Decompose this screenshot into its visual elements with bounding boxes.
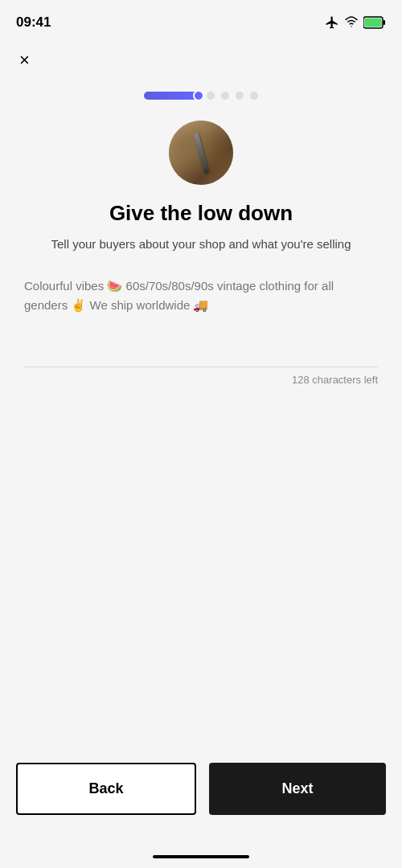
back-button[interactable]: Back <box>16 763 196 815</box>
pen-decoration <box>194 133 209 173</box>
battery-icon <box>363 16 386 29</box>
description-textarea[interactable] <box>24 276 378 357</box>
shop-avatar <box>0 121 402 185</box>
status-bar: 09:41 <box>0 0 402 40</box>
status-time: 09:41 <box>16 14 51 31</box>
avatar-image <box>169 121 233 185</box>
progress-dot-4 <box>236 92 244 100</box>
wifi-icon <box>344 15 359 30</box>
close-button[interactable]: × <box>16 48 33 72</box>
progress-dot-5 <box>250 92 258 100</box>
main-content: Give the low down Tell your buyers about… <box>0 201 402 386</box>
home-indicator <box>153 855 249 858</box>
progress-filled-segment <box>144 92 200 100</box>
progress-dot-3 <box>221 92 229 100</box>
bottom-buttons: Back Next <box>0 750 402 828</box>
next-button[interactable]: Next <box>209 763 386 815</box>
status-icons <box>325 15 386 30</box>
page-subtitle: Tell your buyers about your shop and wha… <box>24 235 378 254</box>
char-count: 128 characters left <box>24 374 378 386</box>
close-row: × <box>0 40 402 80</box>
airplane-icon <box>325 15 339 30</box>
progress-dot-2 <box>207 92 215 100</box>
svg-rect-1 <box>384 20 386 25</box>
page-title: Give the low down <box>24 201 378 226</box>
progress-bar <box>0 84 402 108</box>
svg-rect-2 <box>365 18 382 27</box>
divider <box>24 366 378 367</box>
